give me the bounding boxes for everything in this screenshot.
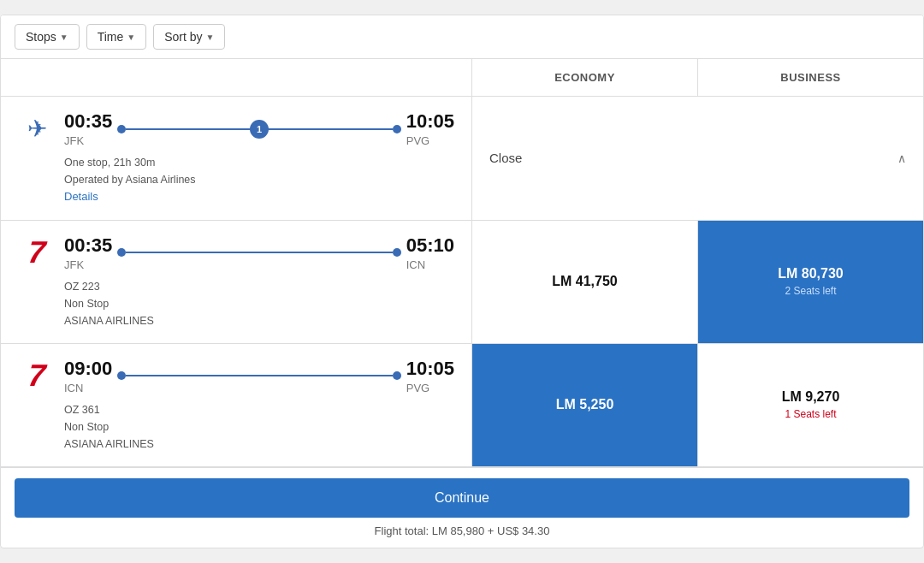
continue-button[interactable]: Continue — [15, 478, 909, 518]
route-dot-right-1 — [393, 125, 401, 133]
asiana-mark-3: 7 — [27, 360, 46, 391]
flight-section-2: 7 00:35 JFK 05:10 — [1, 221, 923, 344]
flight-details-sub-3: OZ 361 Non Stop ASIANA AIRLINES — [18, 401, 454, 453]
depart-airport-2: JFK — [64, 258, 112, 271]
flight-row-1: ✈ 00:35 JFK 1 — [1, 97, 923, 220]
arrive-airport-1: PVG — [406, 134, 454, 147]
flight-duration-1: One stop, 21h 30m — [64, 154, 454, 171]
route-dot-left-3 — [117, 371, 126, 380]
asiana-mark-2: 7 — [27, 237, 46, 268]
depart-block-1: 00:35 JFK — [64, 110, 112, 147]
column-headers: ECONOMY BUSINESS — [1, 59, 923, 97]
flight-section-3: 7 09:00 ICN 10:05 — [1, 344, 923, 467]
business-fare-cell-3[interactable]: LM 9,270 1 Seats left — [697, 344, 923, 466]
stop-type-3: Non Stop — [64, 418, 454, 436]
route-section-1: 00:35 JFK 1 10:05 PVG — [64, 110, 454, 147]
details-link-1[interactable]: Details — [64, 190, 98, 203]
arrive-airport-2: ICN — [406, 258, 454, 271]
flight-total: Flight total: LM 85,980 + US$ 34.30 — [15, 524, 909, 541]
arrive-block-2: 05:10 ICN — [406, 234, 454, 271]
time-chevron-icon: ▼ — [127, 33, 135, 42]
main-container: Stops ▼ Time ▼ Sort by ▼ ECONOMY BUSINES… — [0, 15, 924, 548]
flight-top-3: 7 09:00 ICN 10:05 — [18, 358, 454, 394]
airline-logo-1: ✈ — [18, 117, 56, 141]
continue-section: Continue Flight total: LM 85,980 + US$ 3… — [1, 467, 923, 548]
economy-fare-cell-2[interactable]: LM 41,750 — [471, 221, 697, 343]
sort-chevron-icon: ▼ — [206, 33, 215, 42]
business-fare-cell-2[interactable]: LM 80,730 2 Seats left — [697, 221, 923, 343]
route-dot-right-3 — [393, 371, 401, 380]
time-filter-label: Time — [98, 30, 124, 44]
arrive-airport-3: PVG — [406, 382, 454, 394]
airline-logo-3: 7 — [18, 360, 56, 391]
arrive-time-3: 10:05 — [406, 358, 454, 380]
route-dot-right-2 — [393, 248, 401, 257]
route-section-2: 00:35 JFK 05:10 ICN — [64, 234, 454, 271]
arrive-time-2: 05:10 — [406, 234, 454, 257]
route-dot-left-1 — [117, 125, 126, 133]
flight-top-2: 7 00:35 JFK 05:10 — [18, 234, 454, 271]
airline-logo-2: 7 — [18, 237, 56, 268]
depart-airport-3: ICN — [64, 382, 112, 394]
flight-details-sub-1: One stop, 21h 30m Operated by Asiana Air… — [18, 154, 454, 206]
flight-number-3: OZ 361 — [64, 401, 454, 418]
flight-info-3: 7 09:00 ICN 10:05 — [1, 344, 471, 466]
header-empty-col — [1, 59, 471, 96]
flight-number-2: OZ 223 — [64, 278, 454, 295]
economy-fare-cell-3[interactable]: LM 5,250 — [471, 344, 697, 466]
economy-fare-amount-3: LM 5,250 — [556, 397, 614, 412]
close-fare-cell-1[interactable]: Close ∧ — [471, 97, 923, 220]
arrive-time-1: 10:05 — [406, 110, 454, 133]
line-segment-2 — [126, 252, 392, 253]
stops-chevron-icon: ▼ — [60, 33, 68, 42]
filter-bar: Stops ▼ Time ▼ Sort by ▼ — [1, 15, 923, 59]
depart-block-3: 09:00 ICN — [64, 358, 112, 394]
route-dot-left-2 — [117, 248, 126, 257]
route-line-wrap-3 — [117, 371, 400, 380]
plane-icon: ✈ — [27, 117, 47, 141]
business-header: BUSINESS — [697, 59, 923, 96]
close-chevron-icon-1: ∧ — [897, 151, 906, 165]
depart-time-1: 00:35 — [64, 110, 112, 133]
sort-filter-label: Sort by — [164, 30, 202, 44]
route-line-wrap-1: 1 — [117, 125, 400, 133]
airline-name-2: ASIANA AIRLINES — [64, 312, 454, 329]
stops-filter-label: Stops — [26, 30, 56, 44]
route-section-3: 09:00 ICN 10:05 PVG — [64, 358, 454, 394]
depart-airport-1: JFK — [64, 134, 112, 147]
depart-block-2: 00:35 JFK — [64, 234, 112, 271]
flight-details-sub-2: OZ 223 Non Stop ASIANA AIRLINES — [18, 278, 454, 329]
stops-filter-button[interactable]: Stops ▼ — [15, 24, 80, 50]
business-seats-left-2: 2 Seats left — [785, 285, 836, 297]
flight-row-3: 7 09:00 ICN 10:05 — [1, 344, 923, 466]
line-segment-left-1 — [126, 128, 259, 130]
stop-type-2: Non Stop — [64, 295, 454, 312]
flight-info-1: ✈ 00:35 JFK 1 — [1, 97, 471, 220]
business-fare-amount-2: LM 80,730 — [778, 266, 843, 282]
depart-time-3: 09:00 — [64, 358, 112, 380]
depart-time-2: 00:35 — [64, 234, 112, 257]
flight-top-1: ✈ 00:35 JFK 1 — [18, 110, 454, 147]
flight-info-2: 7 00:35 JFK 05:10 — [1, 221, 471, 343]
stop-badge-1: 1 — [250, 120, 269, 139]
flight-section-1: ✈ 00:35 JFK 1 — [1, 97, 923, 221]
line-segment-3 — [126, 375, 392, 376]
airline-name-3: ASIANA AIRLINES — [64, 436, 454, 453]
business-fare-amount-3: LM 9,270 — [782, 389, 840, 405]
economy-fare-amount-2: LM 41,750 — [552, 274, 617, 289]
close-label-1: Close — [489, 151, 522, 165]
sort-filter-button[interactable]: Sort by ▼ — [153, 24, 225, 50]
route-line-wrap-2 — [117, 248, 400, 257]
economy-header: ECONOMY — [471, 59, 697, 96]
line-segment-right-1 — [259, 128, 393, 130]
business-seats-left-3: 1 Seats left — [785, 408, 836, 420]
time-filter-button[interactable]: Time ▼ — [86, 24, 147, 50]
arrive-block-1: 10:05 PVG — [406, 110, 454, 147]
flight-row-2: 7 00:35 JFK 05:10 — [1, 221, 923, 343]
flight-operated-by-1: Operated by Asiana Airlines — [64, 171, 454, 188]
arrive-block-3: 10:05 PVG — [406, 358, 454, 394]
